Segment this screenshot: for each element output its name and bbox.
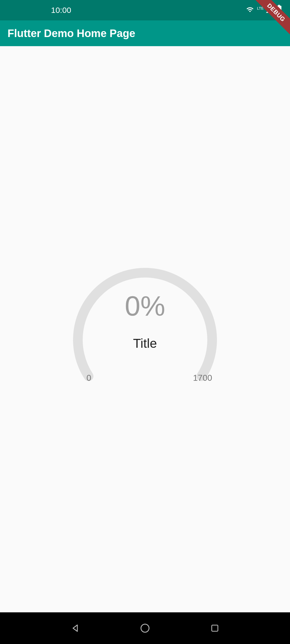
recent-apps-button[interactable]	[208, 622, 221, 635]
app-bar-title: Flutter Demo Home Page	[8, 27, 135, 39]
gauge-max-label: 1700	[193, 373, 212, 383]
navigation-bar	[0, 612, 290, 644]
main-content: 0% Title 0 1700	[0, 46, 290, 612]
gauge-percent-value: 0%	[125, 292, 165, 320]
gauge-chart: 0% Title 0 1700	[64, 249, 226, 410]
back-button[interactable]	[69, 622, 82, 635]
app-bar: Flutter Demo Home Page	[0, 20, 290, 46]
svg-point-0	[141, 624, 149, 632]
gauge-center: 0% Title	[125, 292, 165, 351]
gauge-min-label: 0	[86, 373, 91, 383]
status-time: 10:00	[51, 6, 71, 15]
home-button[interactable]	[139, 622, 151, 635]
status-bar: 10:00 LTE	[0, 0, 290, 20]
svg-rect-1	[212, 625, 218, 631]
wifi-icon	[246, 6, 254, 14]
gauge-title: Title	[125, 336, 165, 351]
